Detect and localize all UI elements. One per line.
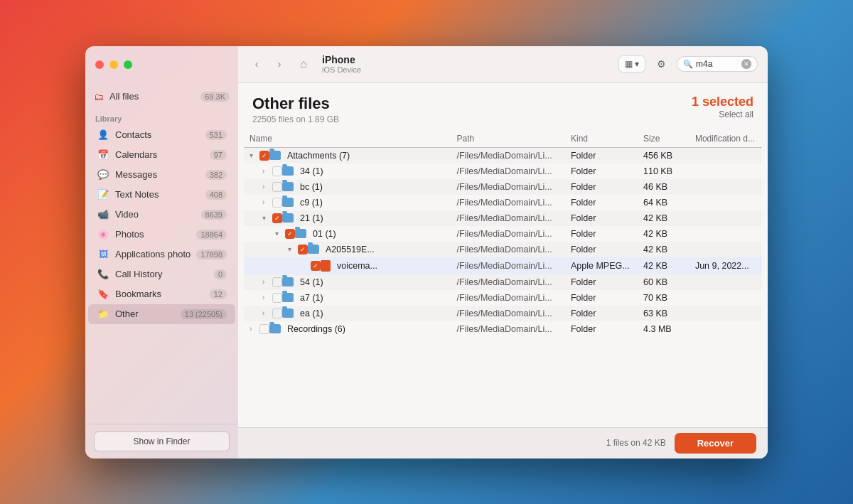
row-checkbox[interactable]	[272, 198, 282, 208]
file-name: 54 (1)	[300, 277, 323, 287]
table-row[interactable]: › a7 (1) /Files/MediaDomain/Li... Folder…	[244, 290, 762, 306]
row-checkbox[interactable]	[298, 245, 308, 254]
col-header-path: Path	[451, 130, 565, 148]
cell-kind: Folder	[565, 290, 638, 306]
expand-icon[interactable]: ›	[262, 167, 272, 175]
maximize-button[interactable]	[124, 60, 132, 69]
col-header-kind: Kind	[565, 130, 638, 148]
cell-path: /Files/MediaDomain/Li...	[451, 321, 565, 337]
table-row[interactable]: › 34 (1) /Files/MediaDomain/Li... Folder…	[244, 163, 762, 179]
sidebar-item-calendars[interactable]: 📅 Calendars 97	[88, 145, 235, 165]
home-button[interactable]: ⌂	[294, 54, 313, 74]
file-path: /Files/MediaDomain/Li...	[457, 229, 552, 239]
file-size: 60 KB	[643, 277, 667, 287]
file-size: 70 KB	[643, 293, 667, 303]
row-checkbox[interactable]	[272, 309, 282, 318]
cell-path: /Files/MediaDomain/Li...	[451, 242, 565, 257]
row-checkbox[interactable]	[272, 166, 282, 176]
expand-icon[interactable]: ›	[262, 309, 272, 317]
device-info: iPhone iOS Device	[319, 54, 613, 75]
sidebar-item-call-history[interactable]: 📞 Call History 0	[88, 264, 235, 284]
sidebar-item-all-files[interactable]: 🗂 All files 69.3K	[85, 87, 238, 106]
recover-button[interactable]: Recover	[675, 433, 756, 454]
cell-path: /Files/MediaDomain/Li...	[451, 179, 565, 195]
table-row[interactable]: › bc (1) /Files/MediaDomain/Li... Folder…	[244, 179, 762, 195]
cell-kind: Folder	[565, 210, 638, 226]
page-title: Other files	[252, 95, 339, 113]
sidebar-item-applications-photo[interactable]: 🖼 Applications photo 17898	[88, 245, 235, 264]
expand-icon[interactable]: ▾	[275, 230, 285, 237]
sidebar-item-text-notes[interactable]: 📝 Text Notes 408	[88, 185, 235, 205]
show-in-finder-button[interactable]: Show in Finder	[94, 431, 230, 451]
expand-icon[interactable]: ▾	[250, 151, 259, 159]
table-row[interactable]: › Recordings (6) /Files/MediaDomain/Li..…	[244, 321, 762, 337]
main-content: ‹ › ⌂ iPhone iOS Device ▦ ▾ ⚙ 🔍 ✕	[238, 46, 768, 459]
table-row[interactable]: ▾ 21 (1) /Files/MediaDomain/Li... Folder…	[244, 210, 762, 226]
sidebar-item-label-other: Other	[115, 309, 181, 319]
expand-icon[interactable]: ›	[262, 198, 272, 206]
expand-icon[interactable]: ›	[250, 325, 259, 333]
select-all-link[interactable]: Select all	[692, 109, 753, 119]
table-row[interactable]: › ea (1) /Files/MediaDomain/Li... Folder…	[244, 306, 762, 321]
sidebar-item-label-photos: Photos	[115, 229, 196, 240]
forward-button[interactable]: ›	[271, 55, 288, 73]
sidebar-item-icon-bookmarks: 🔖	[97, 288, 109, 301]
table-row[interactable]: voicema... /Files/MediaDomain/Li... Appl…	[244, 257, 762, 274]
expand-icon[interactable]: ›	[262, 278, 272, 286]
cell-name: › 34 (1)	[244, 163, 451, 179]
cell-mod	[690, 226, 762, 242]
cell-mod	[690, 242, 762, 257]
sidebar-item-photos[interactable]: 🌸 Photos 18864	[88, 225, 235, 245]
close-button[interactable]	[95, 60, 104, 69]
search-icon: 🔍	[683, 60, 693, 69]
folder-icon	[308, 245, 319, 254]
cell-name: ▾ 01 (1)	[244, 226, 451, 242]
table-row[interactable]: › c9 (1) /Files/MediaDomain/Li... Folder…	[244, 195, 762, 210]
table-row[interactable]: ▾ Attachments (7) /Files/MediaDomain/Li.…	[244, 147, 762, 163]
sidebar-item-bookmarks[interactable]: 🔖 Bookmarks 12	[88, 284, 235, 304]
table-body: ▾ Attachments (7) /Files/MediaDomain/Li.…	[244, 147, 762, 337]
table-row[interactable]: › 54 (1) /Files/MediaDomain/Li... Folder…	[244, 274, 762, 290]
search-input[interactable]	[696, 59, 739, 69]
sidebar-item-contacts[interactable]: 👤 Contacts 531	[88, 125, 235, 145]
view-toggle-button[interactable]: ▦ ▾	[618, 55, 645, 73]
sidebar-item-other[interactable]: 📁 Other 13 (22505)	[88, 304, 235, 324]
cell-path: /Files/MediaDomain/Li...	[451, 163, 565, 179]
col-header-name: Name	[244, 130, 451, 148]
row-checkbox[interactable]	[259, 151, 269, 161]
sidebar-item-messages[interactable]: 💬 Messages 382	[88, 165, 235, 185]
expand-icon[interactable]: ›	[262, 294, 272, 301]
row-checkbox[interactable]	[272, 277, 282, 287]
sidebar-item-video[interactable]: 📹 Video 8639	[88, 205, 235, 225]
row-checkbox[interactable]	[272, 213, 282, 223]
sidebar-item-badge-photos: 18864	[196, 230, 227, 240]
row-checkbox[interactable]	[272, 293, 282, 303]
row-checkbox[interactable]	[311, 261, 321, 271]
file-name: Recordings (6)	[287, 324, 345, 334]
row-checkbox[interactable]	[285, 229, 295, 239]
row-checkbox[interactable]	[272, 182, 282, 192]
expand-icon[interactable]: ›	[262, 183, 272, 191]
table-row[interactable]: ▾ A205519E... /Files/MediaDomain/Li... F…	[244, 242, 762, 257]
file-kind: Apple MPEG...	[571, 261, 630, 271]
file-kind: Folder	[571, 213, 596, 223]
minimize-button[interactable]	[109, 60, 118, 69]
expand-icon[interactable]: ▾	[262, 214, 272, 222]
back-button[interactable]: ‹	[248, 55, 265, 73]
grid-icon: ▦	[625, 59, 633, 69]
file-name: c9 (1)	[300, 198, 323, 208]
table-row[interactable]: ▾ 01 (1) /Files/MediaDomain/Li... Folder…	[244, 226, 762, 242]
filter-button[interactable]: ⚙	[651, 54, 671, 74]
row-checkbox[interactable]	[259, 324, 269, 334]
app-window: 🗂 All files 69.3K Library 👤 Contacts 531…	[85, 46, 768, 459]
expand-icon[interactable]: ▾	[288, 245, 298, 253]
clear-search-button[interactable]: ✕	[741, 59, 751, 69]
sidebar-item-label-text-notes: Text Notes	[115, 189, 205, 200]
col-header-size: Size	[638, 130, 690, 148]
file-path: /Files/MediaDomain/Li...	[457, 245, 552, 254]
page-header: Other files 22505 files on 1.89 GB 1 sel…	[238, 83, 768, 130]
cell-mod	[690, 147, 762, 163]
cell-name: voicema...	[244, 257, 451, 274]
cell-name: › 54 (1)	[244, 274, 451, 290]
cell-size: 456 KB	[638, 147, 690, 163]
